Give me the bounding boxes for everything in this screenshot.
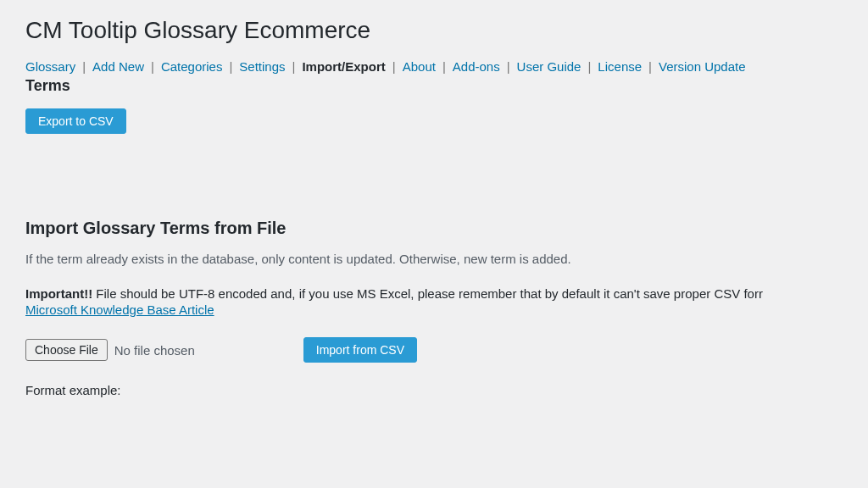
nav-separator: | [648,59,652,74]
nav-import-export[interactable]: Import/Export [302,59,385,74]
import-important-note: Important!! File should be UTF-8 encoded… [25,286,843,301]
import-section-title: Import Glossary Terms from File [25,219,843,238]
nav-settings[interactable]: Settings [239,59,285,74]
nav-about[interactable]: About [403,59,436,74]
nav-license[interactable]: License [598,59,642,74]
file-input-row: Choose File No file chosen Import from C… [25,337,843,363]
choose-file-button[interactable]: Choose File [25,339,108,361]
nav-tabs: Glossary | Add New | Categories | Settin… [25,59,843,74]
import-description: If the term already exists in the databa… [25,252,843,266]
format-example-label: Format example: [25,383,843,397]
nav-separator: | [151,59,154,74]
kb-article-link[interactable]: Microsoft Knowledge Base Article [25,302,214,317]
nav-add-ons[interactable]: Add-ons [453,59,500,74]
terms-heading: Terms [25,77,843,95]
nav-glossary[interactable]: Glossary [25,59,75,74]
nav-separator: | [587,59,591,74]
export-csv-button[interactable]: Export to CSV [25,108,126,134]
important-label: Important!! [25,286,92,301]
important-text: File should be UTF-8 encoded and, if you… [92,286,763,301]
nav-separator: | [229,59,232,74]
nav-separator: | [442,59,446,74]
file-status-text: No file chosen [114,343,195,358]
page-title: CM Tooltip Glossary Ecommerce [25,17,843,44]
import-csv-button[interactable]: Import from CSV [303,337,417,363]
nav-separator: | [292,59,296,74]
nav-add-new[interactable]: Add New [92,59,144,74]
nav-categories[interactable]: Categories [161,59,223,74]
nav-separator: | [507,59,510,74]
nav-separator: | [82,59,86,74]
nav-user-guide[interactable]: User Guide [517,59,581,74]
nav-version-update[interactable]: Version Update [659,59,746,74]
nav-separator: | [392,59,396,74]
